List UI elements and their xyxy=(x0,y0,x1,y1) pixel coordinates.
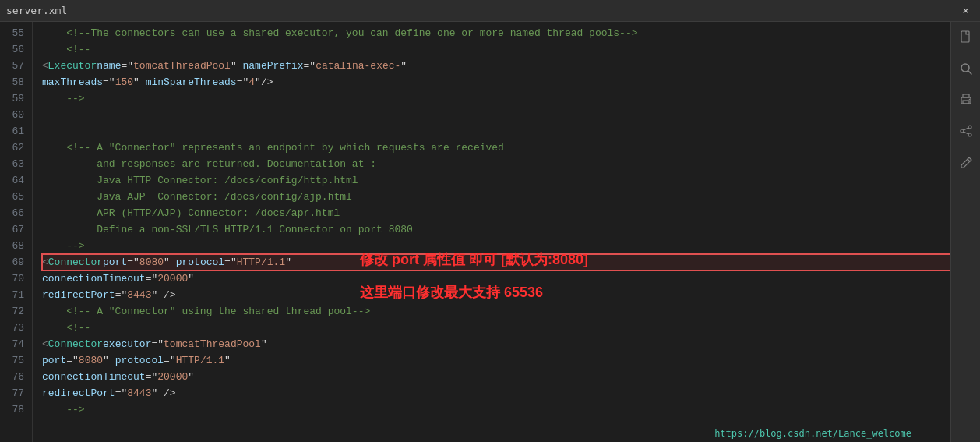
search-icon[interactable] xyxy=(955,58,977,80)
svg-line-10 xyxy=(964,128,968,130)
table-row: <Connector port="8080" protocol="HTTP/1.… xyxy=(42,254,950,271)
svg-line-2 xyxy=(968,71,971,74)
right-sidebar xyxy=(950,22,980,442)
table-row: connectionTimeout="20000" xyxy=(42,369,950,385)
table-row: redirectPort="8443" /> xyxy=(42,385,950,401)
line-numbers: 5556575859606162636465666768697071727374… xyxy=(0,22,33,442)
table-row xyxy=(42,123,950,140)
table-row: APR (HTTP/AJP) Connector: /docs/apr.html xyxy=(42,205,950,221)
code-content: 5556575859606162636465666768697071727374… xyxy=(0,22,950,442)
title-bar-left: server.xml xyxy=(6,5,67,16)
svg-point-6 xyxy=(968,99,970,101)
file-title: server.xml xyxy=(6,5,67,16)
svg-point-7 xyxy=(968,126,971,129)
table-row: Define a non-SSL/TLS HTTP/1.1 Connector … xyxy=(42,221,950,238)
table-row: --> xyxy=(42,401,950,418)
code-area: 5556575859606162636465666768697071727374… xyxy=(0,22,950,442)
table-row: <Connector executor="tomcatThreadPool" xyxy=(42,336,950,352)
main-container: 5556575859606162636465666768697071727374… xyxy=(0,22,980,442)
title-bar: server.xml ✕ xyxy=(0,0,980,22)
share-icon[interactable] xyxy=(955,120,977,142)
table-row: Java AJP Connector: /docs/config/ajp.htm… xyxy=(42,189,950,205)
svg-rect-4 xyxy=(963,94,969,97)
table-row: --> xyxy=(42,238,950,254)
file-icon[interactable] xyxy=(955,27,977,48)
table-row: and responses are returned. Documentatio… xyxy=(42,156,950,172)
table-row: <Executor name="tomcatThreadPool" namePr… xyxy=(42,58,950,74)
table-row: port="8080" protocol="HTTP/1.1" xyxy=(42,352,950,369)
svg-point-8 xyxy=(961,129,964,133)
table-row: <!-- A "Connector" represents an endpoin… xyxy=(42,140,950,156)
table-row: Java HTTP Connector: /docs/config/http.h… xyxy=(42,172,950,189)
table-row xyxy=(42,107,950,123)
edit-icon[interactable] xyxy=(955,151,977,173)
table-row: <!-- xyxy=(42,320,950,336)
table-row: --> xyxy=(42,90,950,107)
svg-rect-0 xyxy=(961,31,969,42)
table-row: redirectPort="8443" /> xyxy=(42,287,950,303)
table-row: connectionTimeout="20000" xyxy=(42,271,950,287)
url-bar: https://blog.csdn.net/Lance_welcome xyxy=(714,428,911,439)
table-row: <!--The connectors can use a shared exec… xyxy=(42,25,950,41)
svg-rect-5 xyxy=(963,101,969,104)
close-button[interactable]: ✕ xyxy=(958,2,974,19)
svg-line-11 xyxy=(964,132,968,134)
code-lines[interactable]: <!--The connectors can use a shared exec… xyxy=(33,22,950,442)
print-icon[interactable] xyxy=(955,89,977,111)
table-row: <!-- xyxy=(42,41,950,58)
table-row: maxThreads="150" minSpareThreads="4"/> xyxy=(42,74,950,90)
table-row: <!-- A "Connector" using the shared thre… xyxy=(42,303,950,320)
svg-point-9 xyxy=(968,133,971,136)
